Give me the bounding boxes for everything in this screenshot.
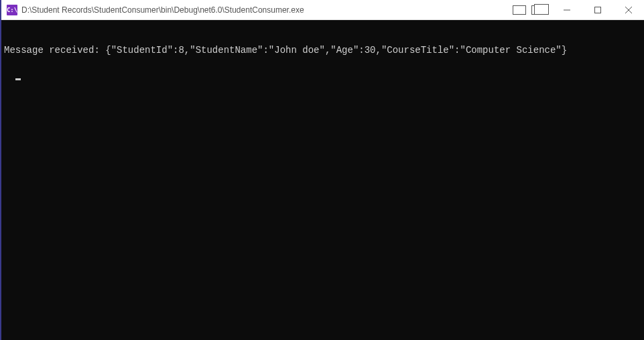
console-area[interactable]: Message received: {"StudentId":8,"Studen… — [1, 20, 644, 340]
window-mode-icon[interactable] — [513, 5, 526, 15]
window-controls — [552, 0, 644, 19]
minimize-button[interactable] — [552, 0, 582, 20]
app-icon: C:\ — [7, 5, 17, 15]
titlebar-extra-icons — [513, 5, 545, 15]
minimize-icon — [564, 7, 570, 13]
window-title: D:\Student Records\StudentConsumer\bin\D… — [21, 5, 304, 15]
maximize-icon — [594, 7, 601, 13]
console-cursor — [15, 78, 21, 80]
console-output-line: Message received: {"StudentId":8,"Studen… — [4, 45, 641, 57]
titlebar: C:\ D:\Student Records\StudentConsumer\b… — [1, 0, 644, 20]
maximize-button[interactable] — [582, 0, 613, 20]
svg-rect-1 — [595, 7, 601, 13]
close-icon — [625, 7, 632, 13]
window-restore-icon[interactable] — [531, 5, 545, 15]
close-button[interactable] — [613, 0, 644, 20]
